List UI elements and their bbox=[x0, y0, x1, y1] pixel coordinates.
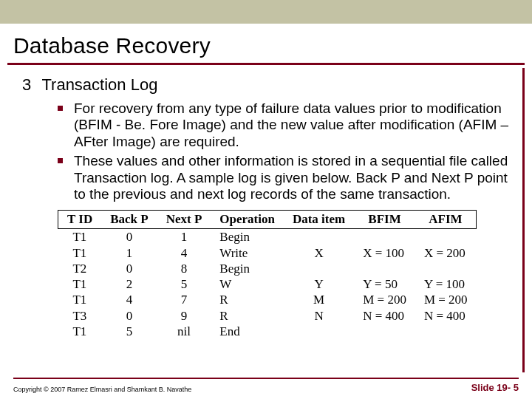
col-header: Next P bbox=[157, 211, 211, 229]
table-row: T2 0 8 Begin bbox=[58, 261, 477, 276]
table-row: T1 2 5 W Y Y = 50 Y = 100 bbox=[58, 276, 477, 292]
col-header: Operation bbox=[211, 211, 284, 229]
copyright-text: Copyright © 2007 Ramez Elmasri and Shamk… bbox=[13, 386, 191, 393]
outline-label: Transaction Log bbox=[41, 75, 157, 95]
col-header: AFIM bbox=[415, 211, 477, 229]
table-row: T1 4 7 R M M = 200 M = 200 bbox=[58, 292, 477, 307]
col-header: Back P bbox=[101, 211, 157, 229]
bullet-item: For recovery from any type of failure da… bbox=[58, 100, 510, 150]
bullet-list: For recovery from any type of failure da… bbox=[58, 100, 510, 202]
col-header: T ID bbox=[58, 211, 102, 229]
slide-number: Slide 19- 5 bbox=[471, 382, 519, 393]
table-row: T1 5 nil End bbox=[58, 324, 477, 339]
top-color-bar bbox=[0, 0, 532, 24]
outline-number: 3 bbox=[22, 75, 38, 95]
table-row: T1 1 4 Write X X = 100 X = 200 bbox=[58, 245, 477, 261]
table-row: T1 0 1 Begin bbox=[58, 229, 477, 245]
table-header-row: T ID Back P Next P Operation Data item B… bbox=[58, 211, 477, 229]
bullet-item: These values and other information is st… bbox=[58, 153, 510, 202]
slide-content: 3 Transaction Log For recovery from any … bbox=[0, 65, 532, 339]
table-row: T3 0 9 R N N = 400 N = 400 bbox=[58, 308, 477, 324]
col-header: Data item bbox=[284, 211, 354, 229]
slide-footer: Copyright © 2007 Ramez Elmasri and Shamk… bbox=[13, 378, 519, 393]
transaction-log-table: T ID Back P Next P Operation Data item B… bbox=[58, 210, 477, 339]
right-accent-bar bbox=[522, 68, 525, 372]
slide-title: Database Recovery bbox=[0, 24, 532, 63]
col-header: BFIM bbox=[354, 211, 415, 229]
